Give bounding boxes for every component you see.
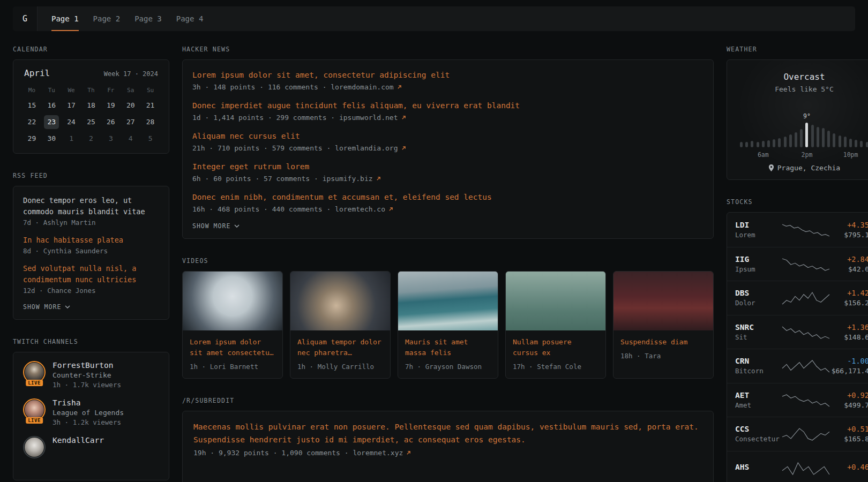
stock-sparkline <box>781 256 830 272</box>
video-card[interactable]: Suspendisse diam 18h · Tara <box>613 271 714 379</box>
weather-chart: 6am9°2pm10pm <box>736 100 868 160</box>
stock-row[interactable]: IIG Ipsum +2.84% $42.04 <box>727 247 868 281</box>
weather-bar <box>778 138 781 147</box>
twitch-channel-game: Counter-Strike <box>53 371 121 379</box>
calendar-day-header: Su <box>140 82 160 97</box>
calendar-day: 23 <box>42 114 62 130</box>
twitch-channel-name: KendallCarr <box>53 436 104 445</box>
video-meta: 18h · Tara <box>620 352 706 360</box>
stock-price: $66,171.48 <box>830 367 868 375</box>
page-tab[interactable]: Page 4 <box>176 6 204 31</box>
hackernews-item-meta: 6h · 60 points · 57 comments · ipsumify.… <box>192 175 704 183</box>
weather-bar <box>745 142 748 147</box>
twitch-channel-item[interactable]: LIVE ForrestBurton Counter-Strike 1h · 1… <box>23 361 159 389</box>
hackernews-item-meta: 1d · 1,414 points · 299 comments · ipsum… <box>192 114 704 122</box>
subreddit-post[interactable]: Maecenas mollis pulvinar erat non posuer… <box>193 421 702 456</box>
subreddit-post-meta: 19h · 9,932 points · 1,090 comments · lo… <box>193 449 702 457</box>
twitch-card: LIVE ForrestBurton Counter-Strike 1h · 1… <box>13 352 169 480</box>
stock-sparkline <box>781 290 830 306</box>
twitch-channel-item[interactable]: LIVE Trisha League of Legends 3h · 1.2k … <box>23 398 159 426</box>
stock-row[interactable]: AET Amet +0.92% $499.72 <box>727 383 868 417</box>
twitch-channel-item[interactable]: KendallCarr <box>23 436 159 458</box>
weather-bar <box>789 134 792 147</box>
weather-bar <box>757 142 759 147</box>
weather-bar <box>751 141 753 147</box>
video-card[interactable]: Nullam posuere cursus ex 17h · Stefan Co… <box>505 271 606 379</box>
page-tab-label: Page 2 <box>93 14 121 23</box>
stock-price: $148.64 <box>830 333 868 341</box>
external-link-icon <box>401 146 406 150</box>
hackernews-item[interactable]: Donec imperdiet augue tincidunt felis al… <box>192 100 704 122</box>
page-tab[interactable]: Page 3 <box>134 6 162 31</box>
stock-name: Ipsum <box>735 265 781 273</box>
stock-row[interactable]: LDI Lorem +4.35% $795.18 <box>727 213 868 247</box>
stock-row[interactable]: SNRC Sit +1.36% $148.64 <box>727 315 868 349</box>
stocks-section: STOCKS LDI Lorem +4.35% $795.18 <box>727 198 868 482</box>
rss-show-more-button[interactable]: SHOW MORE <box>23 303 159 311</box>
stock-ticker: LDI <box>735 221 781 229</box>
hackernews-item-title: Aliquam nec cursus elit <box>192 131 704 142</box>
rss-item-title: Sed volutpat nulla nisl, a condimentum n… <box>23 263 159 285</box>
page-tab[interactable]: Page 2 <box>93 6 121 31</box>
hackernews-section: HACKER NEWS Lorem ipsum dolor sit amet, … <box>182 46 714 239</box>
app-logo[interactable]: G <box>13 6 38 31</box>
calendar-month: April <box>24 68 50 78</box>
stock-change: +0.46% <box>830 463 868 471</box>
stock-row[interactable]: CRN Bitcorn -1.00% $66,171.48 <box>727 349 868 383</box>
calendar-day: 28 <box>140 114 160 130</box>
twitch-channel-meta: 1h · 1.7k viewers <box>53 381 121 389</box>
page-tab[interactable]: Page 1 <box>51 6 79 31</box>
calendar-section: CALENDAR April Week 17 · 2024 Mo Tu We T… <box>13 46 169 154</box>
rss-card: Donec tempor eros leo, ut commodo mauris… <box>13 186 169 320</box>
stock-ticker: SNRC <box>735 323 781 332</box>
stock-price: $499.72 <box>830 401 868 409</box>
weather-bar <box>740 142 743 147</box>
rss-item[interactable]: In hac habitasse platea 8d · Cynthia Sau… <box>23 235 159 255</box>
external-link-icon <box>388 207 393 212</box>
hackernews-item[interactable]: Donec enim nibh, condimentum et accumsan… <box>192 192 704 213</box>
page-tab-label: Page 3 <box>134 14 162 23</box>
hackernews-item[interactable]: Integer eget rutrum lorem 6h · 60 points… <box>192 161 704 183</box>
stock-change: +0.92% <box>830 391 868 400</box>
live-badge: LIVE <box>26 380 43 386</box>
left-column: CALENDAR April Week 17 · 2024 Mo Tu We T… <box>13 46 169 482</box>
hackernews-card: Lorem ipsum dolor sit amet, consectetur … <box>182 59 714 239</box>
avatar: LIVE <box>23 361 46 383</box>
videos-section-label: VIDEOS <box>182 257 714 265</box>
stock-name: Sit <box>735 333 781 341</box>
hackernews-item[interactable]: Lorem ipsum dolor sit amet, consectetur … <box>192 70 704 91</box>
dashboard-columns: CALENDAR April Week 17 · 2024 Mo Tu We T… <box>0 46 868 482</box>
weather-bar <box>866 142 868 147</box>
stock-ticker: AHS <box>735 463 781 471</box>
stock-row[interactable]: DBS Dolor +1.42% $156.28 <box>727 281 868 315</box>
calendar-day: 4 <box>121 131 140 147</box>
hackernews-item-title: Lorem ipsum dolor sit amet, consectetur … <box>192 70 704 81</box>
hackernews-show-more-button[interactable]: SHOW MORE <box>192 222 704 230</box>
calendar-day: 21 <box>140 97 160 114</box>
stock-ticker: CRN <box>735 357 781 365</box>
rss-item-title: In hac habitasse platea <box>23 235 159 246</box>
stock-row[interactable]: CCS Consectetur +0.51% $165.84 <box>727 417 868 451</box>
stock-price: $795.18 <box>830 231 868 239</box>
external-link-icon <box>376 176 381 181</box>
weather-bar <box>822 128 825 147</box>
video-card[interactable]: Aliquam tempor dolor nec pharetra… 1h · … <box>290 271 391 379</box>
middle-column: HACKER NEWS Lorem ipsum dolor sit amet, … <box>182 46 714 482</box>
weather-bar <box>855 140 857 147</box>
video-title: Aliquam tempor dolor nec pharetra… <box>297 337 383 358</box>
video-card[interactable]: Mauris sit amet massa felis 7h · Grayson… <box>398 271 498 379</box>
weather-card: Overcast Feels like 5°C 6am9°2pm10pm Pra… <box>727 59 868 180</box>
hackernews-item[interactable]: Aliquam nec cursus elit 21h · 710 points… <box>192 131 704 152</box>
video-card[interactable]: Lorem ipsum dolor sit amet consectetu… 1… <box>182 271 283 379</box>
weather-bar <box>767 140 770 147</box>
calendar-day: 19 <box>101 97 121 114</box>
twitch-channel-meta: 3h · 1.2k viewers <box>53 418 124 426</box>
hackernews-item-meta: 21h · 710 points · 579 comments · loreml… <box>192 144 704 152</box>
rss-item[interactable]: Donec tempor eros leo, ut commodo mauris… <box>23 195 159 227</box>
twitch-section: TWITCH CHANNELS LIVE ForrestBurton Count… <box>13 338 169 480</box>
rss-item[interactable]: Sed volutpat nulla nisl, a condimentum n… <box>23 263 159 295</box>
external-link-icon <box>406 450 411 455</box>
page-tabs: Page 1 Page 2 Page 3 Page 4 <box>51 6 203 31</box>
stock-sparkline <box>781 392 830 408</box>
stock-row[interactable]: AHS +0.46% <box>727 451 868 482</box>
